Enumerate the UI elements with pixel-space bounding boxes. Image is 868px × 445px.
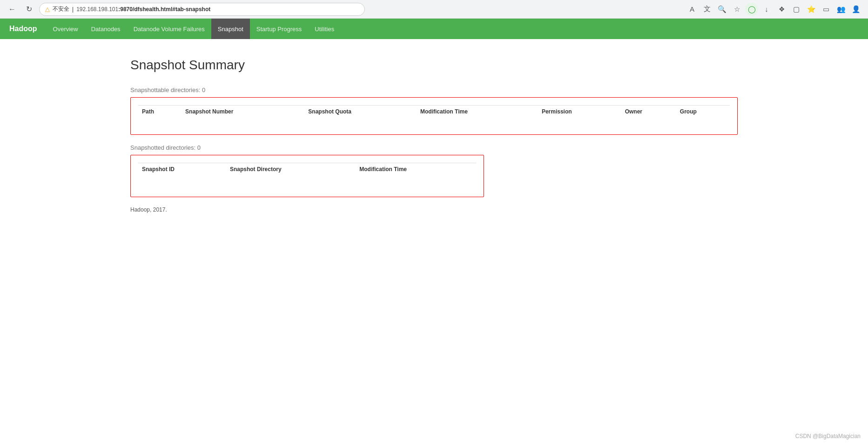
- puzzle-btn[interactable]: ❖: [775, 3, 788, 16]
- col-snapshot-number: Snapshot Number: [182, 106, 304, 118]
- warning-text: 不安全: [53, 5, 69, 13]
- col-mod-time: Modification Time: [356, 163, 476, 176]
- navbar-brand[interactable]: Hadoop: [9, 25, 37, 33]
- star-btn[interactable]: ⭐: [805, 3, 818, 16]
- download-btn[interactable]: ↓: [760, 3, 773, 16]
- browser-actions: A 文 🔍 ☆ ◯ ↓ ❖ ▢ ⭐ ▭ 👥 👤: [686, 3, 862, 16]
- col-owner: Owner: [621, 106, 676, 118]
- snapshotted-table: Snapshot ID Snapshot Directory Modificat…: [138, 163, 476, 189]
- col-snapshot-quota: Snapshot Quota: [304, 106, 417, 118]
- nav-datanode-volume-failures[interactable]: Datanode Volume Failures: [127, 19, 211, 39]
- back-button[interactable]: ←: [6, 3, 19, 16]
- col-group: Group: [676, 106, 730, 118]
- sidebar-btn[interactable]: ▢: [790, 3, 803, 16]
- profile-btn[interactable]: 👤: [849, 3, 862, 16]
- nav-datanodes[interactable]: Datanodes: [85, 19, 127, 39]
- col-snapshot-directory: Snapshot Directory: [226, 163, 356, 176]
- font-size-btn[interactable]: A: [686, 3, 699, 16]
- url-text: 192.168.198.101:9870/dfshealth.html#tab-…: [76, 6, 210, 13]
- snapshottable-table: Path Snapshot Number Snapshot Quota Modi…: [138, 105, 730, 127]
- nav-startup-progress[interactable]: Startup Progress: [250, 19, 309, 39]
- translate-btn[interactable]: 文: [700, 3, 713, 16]
- group-btn[interactable]: 👥: [834, 3, 848, 16]
- zoom-btn[interactable]: 🔍: [715, 3, 728, 16]
- warning-icon: △: [45, 6, 50, 13]
- snapshotted-empty-row: [138, 175, 476, 189]
- nav-snapshot[interactable]: Snapshot: [211, 19, 250, 39]
- snapshottable-table-body: [138, 118, 730, 127]
- snapshotted-table-header-row: Snapshot ID Snapshot Directory Modificat…: [138, 163, 476, 176]
- nav-utilities[interactable]: Utilities: [308, 19, 341, 39]
- snapshottable-label: Snapshottable directories: 0: [130, 86, 738, 93]
- col-snapshot-id: Snapshot ID: [138, 163, 226, 176]
- extension-btn[interactable]: ◯: [745, 3, 758, 16]
- snapshotted-label: Snapshotted directories: 0: [130, 144, 738, 151]
- url-suffix: :9870/dfshealth.html#tab-snapshot: [118, 6, 210, 13]
- snapshottable-table-container: Path Snapshot Number Snapshot Quota Modi…: [130, 97, 738, 135]
- address-bar[interactable]: △ 不安全 | 192.168.198.101:9870/dfshealth.h…: [39, 3, 365, 16]
- bookmark-btn[interactable]: ☆: [730, 3, 743, 16]
- snapshottable-empty-row: [138, 118, 730, 127]
- reload-button[interactable]: ↻: [22, 3, 35, 16]
- main-content: Snapshot Summary Snapshottable directori…: [0, 39, 868, 232]
- navbar: Hadoop Overview Datanodes Datanode Volum…: [0, 19, 868, 39]
- col-permission: Permission: [538, 106, 621, 118]
- page-title: Snapshot Summary: [130, 58, 738, 73]
- browser-chrome: ← ↻ △ 不安全 | 192.168.198.101:9870/dfsheal…: [0, 0, 868, 19]
- snapshotted-table-body: [138, 175, 476, 189]
- page-footer: Hadoop, 2017.: [130, 206, 738, 213]
- address-separator: |: [72, 6, 74, 13]
- nav-overview[interactable]: Overview: [47, 19, 85, 39]
- snapshotted-table-container: Snapshot ID Snapshot Directory Modificat…: [130, 155, 484, 197]
- col-modification-time: Modification Time: [417, 106, 538, 118]
- col-path: Path: [138, 106, 182, 118]
- url-prefix: 192.168.198.101: [76, 6, 118, 13]
- snapshottable-table-header-row: Path Snapshot Number Snapshot Quota Modi…: [138, 106, 730, 118]
- cast-btn[interactable]: ▭: [820, 3, 833, 16]
